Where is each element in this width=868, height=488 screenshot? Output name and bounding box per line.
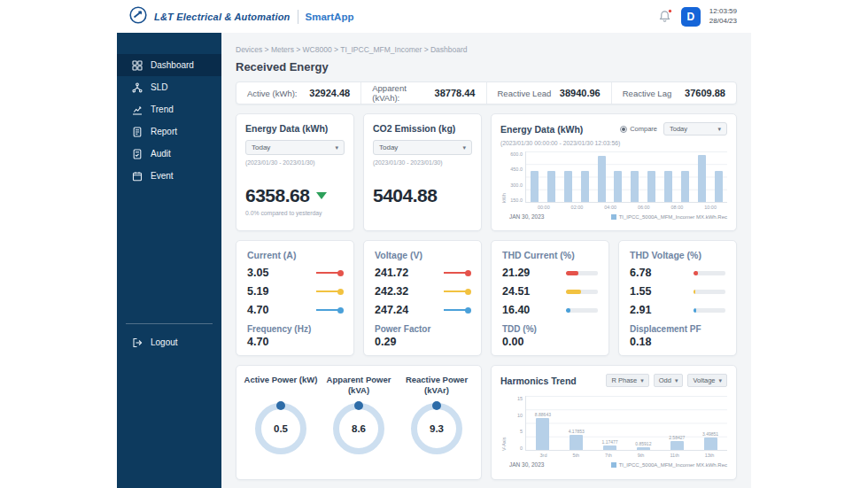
metric-value: 2.91 <box>630 304 651 316</box>
period-value: Today <box>252 143 270 151</box>
metric-cards-row: Current (A)3.055.194.70Frequency (Hz)4.7… <box>236 240 737 356</box>
y-axis-label: V-Axis <box>500 396 508 451</box>
gauge-value: 0.5 <box>274 423 288 434</box>
harmonics-filter-0[interactable]: R Phase▾ <box>606 374 648 387</box>
metric-value: 1.55 <box>630 285 651 298</box>
sub-metric-value: 0.29 <box>375 336 470 348</box>
chart-bar <box>581 171 589 202</box>
metric-row: 242.32 <box>375 285 470 298</box>
chart-bar: 1.17477 <box>603 445 616 450</box>
metric-row: 241.72 <box>375 267 470 279</box>
period-value: Today <box>670 125 687 133</box>
metric-card-title: THD Current (%) <box>502 250 598 260</box>
sub-metric-label: TDD (%) <box>502 324 598 334</box>
sidebar-item-sld[interactable]: SLD <box>117 76 221 98</box>
chevron-down-icon: ▾ <box>675 377 678 384</box>
metric-value: 16.40 <box>502 304 530 316</box>
user-avatar[interactable]: D <box>681 7 701 27</box>
filter-label: R Phase <box>611 376 637 384</box>
sidebar-item-trend[interactable]: Trend <box>117 98 221 120</box>
card-title: CO2 Emission (kg) <box>373 123 472 134</box>
chart-bar <box>698 155 706 202</box>
co2-total-value: 5404.88 <box>373 185 437 206</box>
y-tick: 15 <box>508 396 523 401</box>
metric-card-title: Current (A) <box>247 250 343 260</box>
y-axis-ticks: 600.0450.0300.0150.0 <box>508 151 525 203</box>
chart-bar <box>664 171 672 202</box>
date-text: 28/04/23 <box>709 17 737 27</box>
sidebar-item-label: Dashboard <box>151 60 194 70</box>
metric-row: 16.40 <box>502 304 598 316</box>
stat-label: Active (kWh): <box>247 89 297 98</box>
chart-bar: 8.88643 <box>536 418 549 450</box>
sidebar-item-label: SLD <box>151 82 167 92</box>
bar-value-label: 0.85912 <box>635 441 651 446</box>
metric-value: 6.78 <box>630 267 651 279</box>
report-icon <box>132 127 143 137</box>
co2-period-select[interactable]: Today ▾ <box>373 140 472 155</box>
stat-value: 38778.44 <box>435 88 476 98</box>
sub-metric-value: 0.18 <box>630 336 725 348</box>
x-tick: 00:00 <box>538 205 550 210</box>
metric-card-title: Voltage (V) <box>375 250 470 260</box>
gauge-value: 9.3 <box>430 423 444 434</box>
phase-bar-indicator <box>694 308 725 313</box>
chart-header: Harmonics Trend R Phase▾Odd▾Voltage▾ <box>500 374 727 387</box>
sidebar-item-label: Report <box>151 127 177 136</box>
phase-line-indicator <box>316 272 343 274</box>
metric-card-2: THD Current (%)21.2924.5116.40TDD (%)0.0… <box>491 240 609 356</box>
x-tick: 04:00 <box>604 205 616 210</box>
legend-label: TI_IPCC_5000A_MFM_Incomer MX.kWh.Rec <box>619 462 727 468</box>
chart-bar: 2.58427 <box>670 441 684 450</box>
harmonics-filter-1[interactable]: Odd▾ <box>654 374 684 387</box>
x-tick: 06:00 <box>638 205 650 210</box>
gauge-ring: 8.6 <box>333 403 384 454</box>
chevron-down-icon: ▾ <box>335 144 338 151</box>
phase-line-indicator <box>444 272 470 274</box>
chart-period-select[interactable]: Today ▾ <box>663 122 727 136</box>
clock: 12:03:59 28/04/23 <box>709 7 737 27</box>
gauge-ring: 9.3 <box>411 403 462 454</box>
stat-cell-2: Reactive Lead38940.96 <box>486 82 611 104</box>
stats-bar: Active (kWh):32924.48Apparent (kVAh):387… <box>236 81 737 105</box>
trend-down-icon <box>316 192 327 199</box>
co2-value-row: 5404.88 <box>373 185 472 206</box>
date-range: (2023/01/30 00:00:00 - 2023/01/30 12:03:… <box>500 140 727 146</box>
stat-cell-0: Active (kWh):32924.48 <box>236 82 360 104</box>
chart-header: Energy Data (kWh) Compare Today ▾ <box>500 122 727 136</box>
chart-bar: 0.85912 <box>637 447 650 450</box>
sub-metric-value: 4.70 <box>247 336 343 348</box>
y-tick: 600.0 <box>508 151 523 157</box>
y-axis-ticks: 151050 <box>508 396 525 451</box>
metric-card-3: THD Voltage (%)6.781.552.91Displacement … <box>618 240 737 356</box>
metric-row: 6.78 <box>630 267 725 279</box>
chart-bar <box>614 171 622 202</box>
harmonics-bar-chart: V-Axis 151050 8.886434.178531.174770.859… <box>500 396 727 451</box>
sidebar-item-logout[interactable]: Logout <box>117 331 221 353</box>
chevron-down-icon: ▾ <box>462 144 466 151</box>
harmonics-filters: R Phase▾Odd▾Voltage▾ <box>606 374 727 387</box>
phase-line-indicator <box>444 290 470 292</box>
sidebar-item-event[interactable]: Event <box>117 165 221 187</box>
bar-value-label: 4.17853 <box>569 429 585 434</box>
y-tick: 10 <box>508 413 523 418</box>
cards-row-3: Active Power (kW)0.5Apparent Power (kVA)… <box>236 365 737 480</box>
sld-icon <box>132 82 143 93</box>
radio-icon <box>620 126 627 133</box>
sidebar-item-audit[interactable]: Audit <box>117 143 221 165</box>
compare-toggle[interactable]: Compare <box>620 125 657 133</box>
x-tick: 10:00 <box>704 205 717 210</box>
card-title: Energy Data (kWh) <box>245 123 345 134</box>
date-range: (2023/01/30 - 2023/01/30) <box>245 159 345 166</box>
chevron-down-icon: ▾ <box>640 377 644 384</box>
x-tick: 08:00 <box>671 205 684 210</box>
y-tick: 0 <box>508 445 523 451</box>
chart-footer: JAN 30, 2023 TI_IPCC_5000A_MFM_Incomer M… <box>509 213 727 220</box>
energy-data-card: Energy Data (kWh) Today ▾ (2023/01/30 - … <box>236 113 354 231</box>
harmonics-filter-2[interactable]: Voltage▾ <box>687 374 727 387</box>
bar-value-label: 3.49851 <box>702 431 718 437</box>
notification-bell-icon[interactable] <box>658 10 672 24</box>
sidebar-item-dashboard[interactable]: Dashboard <box>117 54 221 76</box>
energy-period-select[interactable]: Today ▾ <box>245 140 345 155</box>
sidebar-item-report[interactable]: Report <box>117 120 221 143</box>
